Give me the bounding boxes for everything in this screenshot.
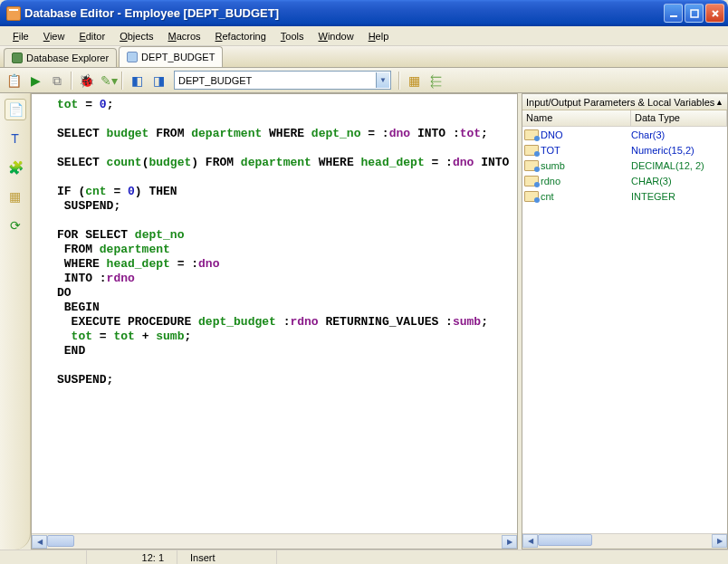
text-icon: T bbox=[8, 131, 23, 146]
param-row[interactable]: TOTNumeric(15,2) bbox=[522, 142, 727, 158]
bookmark-prev-icon: ◧ bbox=[129, 73, 144, 88]
bookmark-next-icon: ◨ bbox=[151, 73, 166, 88]
menu-objects[interactable]: Objects bbox=[112, 29, 160, 43]
explorer-icon bbox=[12, 53, 23, 63]
menu-window[interactable]: Window bbox=[311, 29, 361, 43]
chevron-down-icon: ▼ bbox=[376, 72, 389, 88]
close-icon bbox=[711, 9, 720, 18]
procedure-icon bbox=[127, 52, 138, 62]
param-icon bbox=[524, 176, 539, 186]
status-insert-mode: Insert bbox=[177, 550, 277, 564]
main-area: 📄 T 🧩 ▦ ⟳ tot = 0; SELECT budget FROM de… bbox=[0, 93, 728, 550]
puzzle-icon: 🧩 bbox=[8, 160, 23, 175]
status-blank bbox=[0, 550, 87, 564]
bug-icon: 🐞 bbox=[79, 73, 93, 88]
window-title: Database Editor - Employee [DEPT_BUDGET] bbox=[24, 6, 664, 20]
param-row[interactable]: sumbDECIMAL(12, 2) bbox=[522, 158, 727, 173]
toolbar-separator bbox=[71, 72, 72, 90]
scroll-right-button[interactable]: ▶ bbox=[712, 534, 727, 548]
window-titlebar: Database Editor - Employee [DEPT_BUDGET] bbox=[0, 0, 728, 26]
toolbar: 📋 ▶ ⧉ 🐞 ✎▾ ◧ ◨ DEPT_BUDGET ▼ ▦ ⬱ bbox=[0, 68, 728, 93]
brush-icon: ✎▾ bbox=[101, 73, 115, 88]
bookmark-prev-button[interactable]: ◧ bbox=[127, 71, 147, 91]
svg-rect-1 bbox=[691, 10, 698, 17]
scroll-right-button[interactable]: ▶ bbox=[502, 535, 517, 549]
tab-database-explorer[interactable]: Database Explorer bbox=[4, 48, 117, 67]
compile-button[interactable]: ⧉ bbox=[47, 71, 67, 91]
left-rail: 📄 T 🧩 ▦ ⟳ bbox=[0, 93, 31, 550]
sql-icon: 📄 bbox=[8, 102, 23, 117]
play-icon: ▶ bbox=[28, 73, 43, 88]
param-icon bbox=[524, 191, 539, 202]
menu-refactoring[interactable]: Refactoring bbox=[208, 29, 273, 43]
format-button[interactable]: ✎▾ bbox=[98, 71, 118, 91]
menu-help[interactable]: Help bbox=[361, 29, 397, 43]
collapse-icon[interactable]: ▲ bbox=[715, 98, 723, 107]
rail-refresh-button[interactable]: ⟳ bbox=[5, 215, 26, 236]
status-cursor-pos: 12: 1 bbox=[87, 550, 177, 564]
tab-label: DEPT_BUDGET bbox=[141, 52, 215, 62]
param-row[interactable]: cntINTEGER bbox=[522, 188, 727, 204]
scroll-left-button[interactable]: ◀ bbox=[32, 535, 47, 549]
menu-view[interactable]: View bbox=[36, 29, 72, 43]
code-editor[interactable]: tot = 0; SELECT budget FROM department W… bbox=[32, 94, 517, 533]
toolbar-separator bbox=[121, 72, 123, 90]
column-header-type[interactable]: Data Type bbox=[631, 110, 727, 126]
editor-hscrollbar[interactable]: ◀ ▶ bbox=[32, 533, 517, 549]
param-icon bbox=[524, 160, 539, 171]
menubar: File View Editor Objects Macros Refactor… bbox=[0, 26, 728, 46]
scroll-left-button[interactable]: ◀ bbox=[522, 534, 538, 548]
maximize-button[interactable] bbox=[685, 4, 704, 23]
maximize-icon bbox=[690, 9, 699, 18]
window-controls bbox=[664, 4, 724, 23]
menu-file[interactable]: File bbox=[5, 29, 36, 43]
rail-text-button[interactable]: T bbox=[5, 128, 26, 149]
app-icon bbox=[6, 6, 21, 21]
tab-dept-budget[interactable]: DEPT_BUDGET bbox=[119, 46, 223, 67]
menu-macros[interactable]: Macros bbox=[160, 29, 207, 43]
scroll-track[interactable] bbox=[47, 535, 502, 549]
add-column-icon: ▦ bbox=[407, 73, 421, 88]
tabstrip: Database Explorer DEPT_BUDGET bbox=[0, 46, 728, 68]
parameters-columns: Name Data Type bbox=[522, 110, 727, 127]
statusbar: 12: 1 Insert bbox=[0, 550, 728, 564]
minimize-icon bbox=[669, 9, 678, 18]
object-dropdown[interactable]: DEPT_BUDGET ▼ bbox=[174, 71, 391, 90]
dropdown-value: DEPT_BUDGET bbox=[178, 75, 376, 86]
close-button[interactable] bbox=[705, 4, 724, 23]
paste-icon: 📋 bbox=[6, 73, 21, 88]
run-button[interactable]: ▶ bbox=[25, 71, 45, 91]
rail-sql-button[interactable]: 📄 bbox=[5, 99, 26, 120]
param-icon bbox=[524, 129, 539, 140]
grid-icon: ▦ bbox=[8, 189, 23, 204]
panel-hscrollbar[interactable]: ◀ ▶ bbox=[522, 533, 727, 549]
status-rest bbox=[277, 550, 728, 564]
debug-button[interactable]: 🐞 bbox=[76, 71, 96, 91]
add-column-button[interactable]: ▦ bbox=[404, 71, 424, 91]
rail-data-button[interactable]: ▦ bbox=[5, 186, 26, 207]
parameters-header: Input/Output Parameters & Local Variable… bbox=[522, 94, 727, 110]
dependency-tree-button[interactable]: ⬱ bbox=[426, 71, 445, 91]
toolbar-separator bbox=[398, 72, 400, 90]
parameters-title: Input/Output Parameters & Local Variable… bbox=[526, 97, 715, 108]
scroll-thumb[interactable] bbox=[538, 534, 592, 546]
svg-rect-0 bbox=[670, 15, 677, 17]
tab-label: Database Explorer bbox=[26, 53, 109, 63]
parameters-panel: Input/Output Parameters & Local Variable… bbox=[522, 93, 728, 550]
column-header-name[interactable]: Name bbox=[522, 110, 631, 126]
param-row[interactable]: DNOChar(3) bbox=[522, 127, 727, 142]
bookmark-next-button[interactable]: ◨ bbox=[148, 71, 168, 91]
minimize-button[interactable] bbox=[664, 4, 683, 23]
scroll-thumb[interactable] bbox=[47, 535, 74, 547]
tree-icon: ⬱ bbox=[428, 73, 443, 88]
param-row[interactable]: rdnoCHAR(3) bbox=[522, 173, 727, 188]
parameters-rows: DNOChar(3) TOTNumeric(15,2) sumbDECIMAL(… bbox=[522, 127, 727, 533]
menu-tools[interactable]: Tools bbox=[273, 29, 311, 43]
compile-icon: ⧉ bbox=[50, 73, 64, 88]
rail-plugins-button[interactable]: 🧩 bbox=[5, 157, 26, 178]
paste-button[interactable]: 📋 bbox=[4, 71, 24, 91]
menu-editor[interactable]: Editor bbox=[72, 29, 112, 43]
code-editor-panel: tot = 0; SELECT budget FROM department W… bbox=[31, 93, 518, 550]
param-icon bbox=[524, 145, 539, 156]
scroll-track[interactable] bbox=[538, 534, 712, 548]
